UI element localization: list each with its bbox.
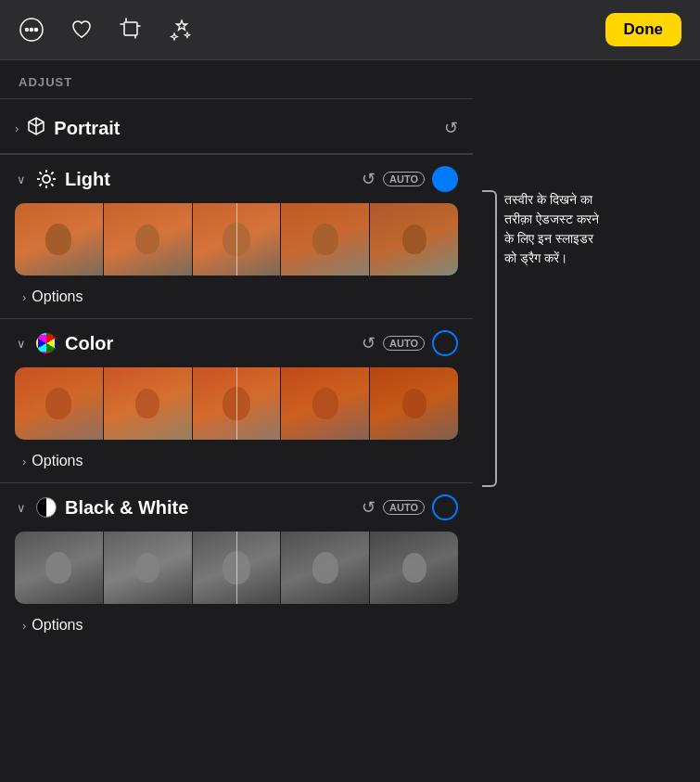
bw-options-chevron: › xyxy=(22,619,26,633)
light-thumb-1 xyxy=(15,203,104,276)
color-reset-icon[interactable]: ↺ xyxy=(362,333,375,353)
light-controls: ↺ AUTO xyxy=(362,166,458,192)
title-divider xyxy=(0,98,473,99)
svg-point-1 xyxy=(26,29,29,32)
color-thumb-2 xyxy=(104,367,193,440)
svg-line-13 xyxy=(40,184,42,186)
color-options-label: Options xyxy=(32,453,83,469)
color-toggle[interactable] xyxy=(432,330,458,356)
bw-section-header[interactable]: ∨ Black & White ↺ AUTO xyxy=(0,483,473,532)
portrait-chevron: › xyxy=(15,122,19,135)
light-options-chevron: › xyxy=(22,290,26,304)
portrait-reset-icon[interactable]: ↺ xyxy=(444,118,458,138)
color-icon xyxy=(35,332,57,354)
color-thumb-3 xyxy=(193,367,282,440)
light-thumb-strip[interactable] xyxy=(15,203,458,276)
bw-thumb-1 xyxy=(15,532,104,604)
svg-point-2 xyxy=(31,29,33,32)
light-options-row[interactable]: › Options xyxy=(0,283,473,318)
enhance-button[interactable] xyxy=(165,13,198,46)
svg-line-12 xyxy=(51,173,53,174)
adjust-panel: ADJUST › Portrait ↺ ∨ xyxy=(0,60,473,782)
bw-thumb-strip[interactable] xyxy=(15,532,458,604)
light-label: Light xyxy=(65,169,354,190)
light-chevron: ∨ xyxy=(15,173,28,186)
svg-line-11 xyxy=(51,184,53,186)
portrait-section-header[interactable]: › Portrait ↺ xyxy=(0,103,473,154)
bw-thumb-2 xyxy=(104,532,193,604)
light-thumb-4 xyxy=(281,203,370,276)
light-options-label: Options xyxy=(32,288,83,305)
color-options-row[interactable]: › Options xyxy=(0,447,473,482)
color-thumb-1 xyxy=(15,367,104,440)
color-options-chevron: › xyxy=(22,455,26,468)
bw-controls: ↺ AUTO xyxy=(362,494,458,520)
main-content: ADJUST › Portrait ↺ ∨ xyxy=(0,60,700,782)
color-chevron: ∨ xyxy=(15,337,28,351)
bw-thumb-3 xyxy=(193,532,282,604)
color-auto-badge[interactable]: AUTO xyxy=(383,336,425,351)
done-button[interactable]: Done xyxy=(605,13,682,46)
crop-button[interactable] xyxy=(115,13,148,46)
color-thumb-4 xyxy=(281,367,370,440)
color-controls: ↺ AUTO xyxy=(362,330,458,356)
bw-label: Black & White xyxy=(65,497,354,519)
annotation-container: तस्वीर के दिखने कातरीक़ा ऐडजस्ट करनेके ल… xyxy=(482,190,681,487)
more-button[interactable] xyxy=(15,13,48,46)
light-thumb-3 xyxy=(193,203,282,276)
color-thumb-strip[interactable] xyxy=(15,367,458,440)
light-thumb-2 xyxy=(104,203,193,276)
color-label: Color xyxy=(65,333,354,354)
svg-point-3 xyxy=(35,29,38,32)
favorites-button[interactable] xyxy=(65,13,98,46)
bw-reset-icon[interactable]: ↺ xyxy=(362,497,375,518)
bw-thumb-5 xyxy=(370,532,458,604)
annotation-text: तस्वीर के दिखने कातरीक़ा ऐडजस्ट करनेके ल… xyxy=(504,190,599,268)
toolbar: Done xyxy=(0,0,700,60)
panel-title: ADJUST xyxy=(0,60,473,98)
bw-thumb-4 xyxy=(281,532,370,604)
color-section-header[interactable]: ∨ Color ↺ AUTO xyxy=(0,319,473,367)
color-thumb-5 xyxy=(370,367,458,440)
svg-point-5 xyxy=(43,175,50,183)
portrait-label: Portrait xyxy=(54,118,437,139)
bw-chevron: ∨ xyxy=(15,501,28,515)
light-auto-badge[interactable]: AUTO xyxy=(383,172,425,186)
bw-auto-badge[interactable]: AUTO xyxy=(383,500,425,515)
light-toggle[interactable] xyxy=(432,166,458,192)
bw-options-label: Options xyxy=(32,617,83,634)
svg-line-10 xyxy=(40,173,42,174)
bw-toggle[interactable] xyxy=(432,494,458,520)
light-thumb-5 xyxy=(370,203,458,276)
annotation-bracket xyxy=(482,190,497,487)
light-section-header[interactable]: ∨ Light ↺ AUTO xyxy=(0,155,473,203)
bw-options-row[interactable]: › Options xyxy=(0,611,473,647)
portrait-icon xyxy=(26,116,46,140)
annotation-panel: तस्वीर के दिखने कातरीक़ा ऐडजस्ट करनेके ल… xyxy=(473,60,700,782)
svg-rect-4 xyxy=(124,22,137,35)
light-reset-icon[interactable]: ↺ xyxy=(362,169,375,189)
bw-icon xyxy=(35,496,57,519)
light-icon xyxy=(35,168,57,190)
